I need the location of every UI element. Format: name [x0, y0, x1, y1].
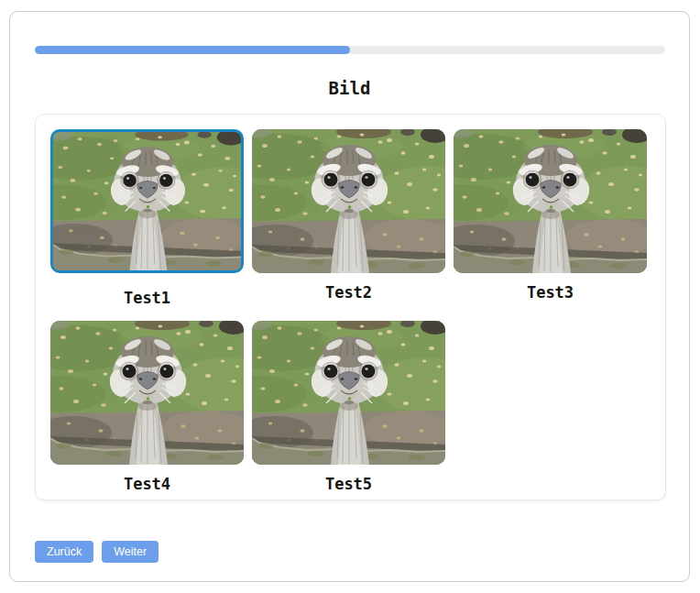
rhea-photo	[454, 129, 647, 273]
image-option-label: Test3	[454, 283, 647, 302]
image-option-test4[interactable]: Test4	[50, 321, 244, 493]
progress-fill	[35, 46, 350, 54]
photo-frame	[252, 129, 445, 273]
back-button[interactable]: Zurück	[35, 541, 93, 563]
nav-buttons: Zurück Weiter	[35, 541, 159, 563]
photo-frame	[50, 321, 244, 465]
image-option-test2[interactable]: Test2	[252, 129, 445, 307]
photo-frame	[50, 129, 244, 273]
rhea-photo	[53, 132, 241, 270]
image-option-label: Test5	[252, 475, 445, 493]
image-option-label: Test1	[50, 289, 244, 307]
image-option-test5[interactable]: Test5	[252, 321, 445, 493]
next-button[interactable]: Weiter	[102, 541, 159, 563]
rhea-photo	[50, 321, 244, 465]
image-choice-panel: Test1 Test2 Test3 Test4	[35, 114, 666, 500]
survey-card: Bild Test1 Test2 Test3	[9, 11, 690, 582]
rhea-photo	[252, 129, 445, 273]
photo-frame	[454, 129, 647, 273]
progress-bar	[35, 46, 665, 54]
page-title: Bild	[10, 78, 689, 98]
photo-frame	[252, 321, 445, 465]
rhea-photo	[252, 321, 445, 465]
image-grid: Test1 Test2 Test3 Test4	[50, 129, 651, 493]
image-option-label: Test2	[252, 283, 445, 302]
image-option-test3[interactable]: Test3	[454, 129, 647, 307]
image-option-test1[interactable]: Test1	[50, 129, 244, 307]
image-option-label: Test4	[50, 475, 244, 493]
